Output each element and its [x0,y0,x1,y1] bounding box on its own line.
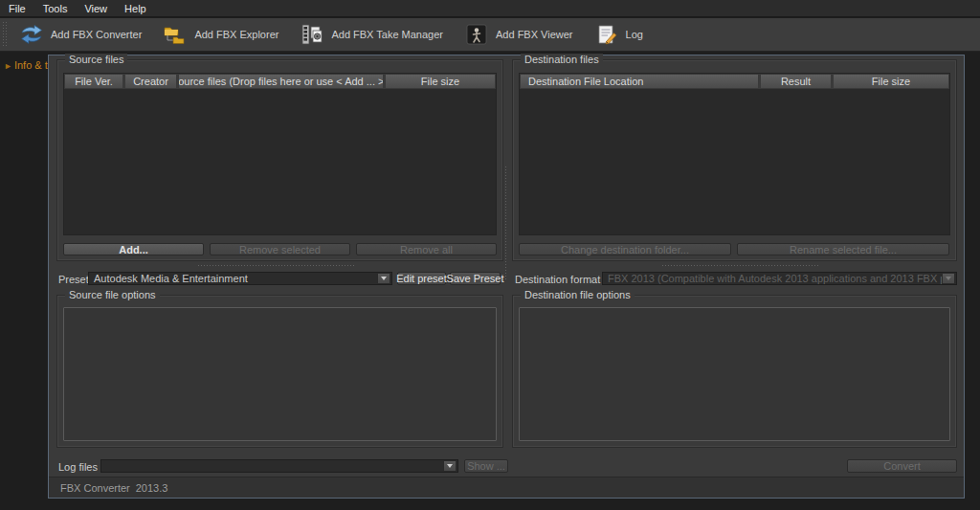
source-files-table-body[interactable] [64,90,496,234]
destination-file-options-group: Destination file options [512,295,957,448]
app-window: File Tools View Help Add FBX Converter [0,0,980,510]
remove-selected-button[interactable]: Remove selected [210,243,350,255]
col-destination-location[interactable]: Destination File Location [520,74,759,89]
fbx-converter-icon [19,23,44,46]
remove-all-button[interactable]: Remove all [356,243,497,255]
source-files-table[interactable]: File Ver. Creator Source files (Drop fil… [63,73,497,235]
source-files-group-label: Source files [65,54,127,65]
destination-files-table-header: Destination File Location Result File si… [520,74,949,89]
col-result[interactable]: Result [760,74,832,89]
source-files-group: Source files File Ver. Creator Source fi… [56,59,503,261]
add-fbx-viewer-button[interactable]: Add FBX Viewer [457,19,587,50]
change-destination-folder-button[interactable]: Change destination folder... [519,243,731,255]
add-fbx-converter-button[interactable]: Add FBX Converter [11,19,155,50]
log-files-combo[interactable] [100,459,458,473]
source-file-options-label: Source file options [65,289,160,300]
left-horizontal-splitter[interactable] [197,264,355,268]
menu-view[interactable]: View [76,2,116,15]
log-button[interactable]: Log [587,19,657,50]
destination-format-label: Destination format [515,274,600,285]
menu-tools[interactable]: Tools [34,2,77,15]
status-app-name: FBX Converter [60,482,130,494]
add-button[interactable]: Add... [63,243,204,255]
status-bar: FBX Converter 2013.3 [49,477,964,498]
preset-value: Autodesk Media & Entertainment [89,273,377,284]
tool-label: Add FBX Take Manager [331,29,443,40]
chevron-down-icon[interactable] [443,460,457,472]
source-files-table-header: File Ver. Creator Source files (Drop fil… [64,74,496,89]
tool-label: Log [626,29,643,40]
destination-file-options-panel [519,307,950,441]
toolbar: Add FBX Converter Add FBX Explorer [0,18,980,52]
add-fbx-explorer-button[interactable]: Add FBX Explorer [155,19,292,50]
tool-label: Add FBX Converter [51,29,142,40]
tool-label: Add FBX Viewer [496,29,573,40]
toolbar-grip[interactable] [2,21,9,48]
menu-file[interactable]: File [0,2,34,15]
col-file-size[interactable]: File size [385,74,496,89]
vertical-splitter[interactable] [504,166,508,280]
tool-label: Add FBX Explorer [194,29,278,40]
save-preset-button[interactable]: Save Preset [450,272,501,285]
source-file-options-group: Source file options [56,295,503,448]
add-fbx-take-manager-button[interactable]: Add FBX Take Manager [292,19,457,50]
chevron-down-icon [942,273,955,284]
destination-files-group-label: Destination files [521,54,603,65]
destination-files-group: Destination files Destination File Locat… [512,59,957,261]
col-file-ver[interactable]: File Ver. [64,74,123,89]
source-file-options-panel [63,307,497,441]
destination-files-table[interactable]: Destination File Location Result File si… [519,73,950,235]
rename-selected-file-button[interactable]: Rename selected file... [737,243,949,255]
destination-format-value: FBX 2013 (Compatible with Autodesk 2013 … [603,273,942,284]
show-log-button[interactable]: Show ... [464,459,508,473]
fbx-explorer-icon [163,23,188,46]
right-horizontal-splitter[interactable] [661,264,819,268]
chevron-down-icon[interactable] [377,273,390,284]
fbx-take-manager-icon [300,23,324,46]
main-panel: Source files File Ver. Creator Source fi… [48,55,965,499]
menu-help[interactable]: Help [116,2,155,15]
menu-bar: File Tools View Help [0,0,980,17]
preset-combo[interactable]: Autodesk Media & Entertainment [88,272,392,285]
col-dest-file-size[interactable]: File size [833,74,949,89]
chevron-right-icon: ► [4,61,12,71]
log-files-label: Log files [58,461,98,473]
edit-preset-button[interactable]: Edit preset [397,272,446,285]
convert-button[interactable]: Convert [847,459,957,473]
fbx-viewer-icon [464,23,489,46]
col-source-files[interactable]: Source files (Drop files here or use < A… [178,74,384,89]
destination-file-options-label: Destination file options [521,289,635,300]
destination-files-table-body[interactable] [520,90,949,234]
preset-label: Preset [58,274,89,285]
col-creator[interactable]: Creator [124,74,177,89]
destination-format-combo[interactable]: FBX 2013 (Compatible with Autodesk 2013 … [602,272,957,285]
log-icon [594,23,619,46]
status-version: 2013.3 [136,482,168,494]
